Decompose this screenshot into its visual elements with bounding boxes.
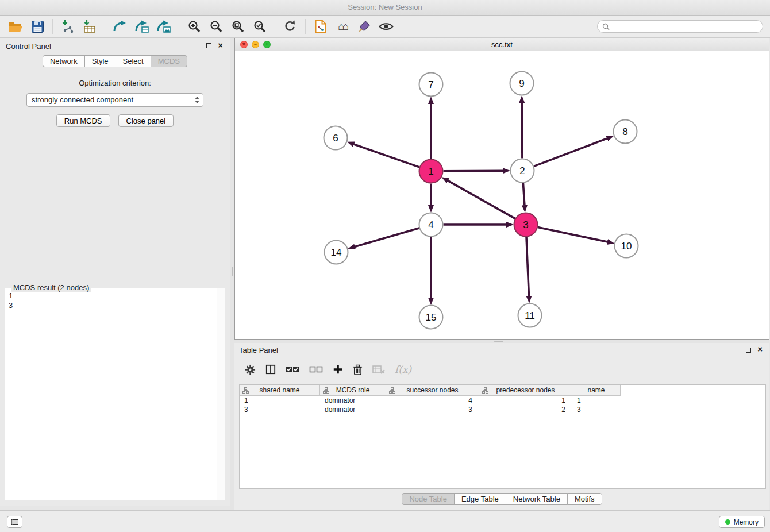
node-7[interactable]: 7	[419, 73, 443, 97]
show-hide-graphics-icon[interactable]	[375, 17, 397, 36]
import-network-icon[interactable]	[57, 17, 79, 36]
node-3[interactable]: 3	[514, 213, 538, 237]
node-10[interactable]: 10	[615, 234, 638, 258]
close-panel-button[interactable]: Close panel	[118, 114, 174, 127]
run-mcds-button[interactable]: Run MCDS	[56, 114, 110, 127]
export-network-icon[interactable]	[109, 17, 131, 36]
table-row[interactable]: 1 dominator 4 1 1	[240, 396, 765, 405]
tab-mcds[interactable]: MCDS	[151, 55, 187, 67]
cell-predecessor-nodes[interactable]: 2	[479, 405, 572, 414]
edge-2-8[interactable]	[534, 138, 607, 167]
scrollbar-track[interactable]	[217, 288, 225, 500]
control-panel-header: Control Panel ×	[0, 38, 230, 55]
float-panel-icon[interactable]	[746, 348, 751, 353]
search-box[interactable]	[597, 20, 763, 33]
edge-3-1[interactable]	[448, 180, 515, 218]
table-row[interactable]: 3 dominator 3 2 3	[240, 405, 765, 414]
float-panel-icon[interactable]	[206, 43, 211, 48]
zoom-out-icon[interactable]	[205, 17, 227, 36]
svg-text:9: 9	[519, 78, 524, 89]
node-4[interactable]: 4	[419, 213, 443, 237]
refresh-icon[interactable]	[279, 17, 301, 36]
edge-1-6[interactable]	[354, 144, 419, 167]
node-1[interactable]: 1	[419, 160, 443, 183]
function-builder-icon: f(x)	[395, 364, 411, 375]
cell-shared-name[interactable]: 1	[240, 396, 320, 405]
search-input[interactable]	[613, 22, 758, 30]
edge-3-10[interactable]	[538, 227, 607, 242]
cell-successor-nodes[interactable]: 4	[386, 396, 479, 405]
window-titlebar[interactable]: Session: New Session	[0, 0, 770, 16]
memory-button[interactable]: Memory	[719, 516, 765, 528]
table-options-gear-icon[interactable]	[245, 364, 256, 375]
edge-1-2[interactable]	[444, 171, 503, 171]
export-image-icon[interactable]	[153, 17, 175, 36]
result-item[interactable]: 1	[9, 291, 213, 300]
column-header-mcds-role[interactable]: MCDS role	[320, 385, 386, 396]
save-session-icon[interactable]	[26, 17, 48, 36]
node-2[interactable]: 2	[511, 159, 534, 183]
cell-name[interactable]: 1	[572, 396, 621, 405]
tab-network-table[interactable]: Network Table	[506, 493, 568, 505]
tab-select[interactable]: Select	[116, 55, 151, 67]
tab-edge-table[interactable]: Edge Table	[454, 493, 506, 505]
edge-3-11[interactable]	[526, 237, 529, 296]
tab-network[interactable]: Network	[43, 55, 85, 67]
apply-style-icon[interactable]	[353, 17, 375, 36]
zoom-fit-icon[interactable]	[227, 17, 249, 36]
tab-motifs[interactable]: Motifs	[567, 493, 602, 505]
add-column-icon[interactable]	[333, 364, 343, 375]
sort-icon	[242, 387, 249, 394]
control-panel-title: Control Panel	[6, 42, 51, 51]
new-network-from-selection-icon[interactable]	[310, 17, 332, 36]
network-graph[interactable]: 7968124310141511	[235, 51, 769, 339]
table-panel-tabs: Node Table Edge Table Network Table Moti…	[234, 493, 769, 505]
vertical-splitter[interactable]	[230, 38, 234, 510]
cell-predecessor-nodes[interactable]: 1	[479, 396, 572, 405]
edge-2-9[interactable]	[522, 103, 522, 159]
sort-icon	[389, 387, 395, 394]
cell-successor-nodes[interactable]: 3	[386, 405, 479, 414]
toolbar-separator	[105, 19, 105, 34]
node-6[interactable]: 6	[324, 126, 348, 150]
cell-mcds-role[interactable]: dominator	[320, 396, 386, 405]
node-15[interactable]: 15	[419, 306, 443, 329]
select-all-icon[interactable]	[286, 365, 299, 374]
zoom-selected-icon[interactable]	[249, 17, 271, 36]
mcds-result-box: MCDS result (2 nodes) 1 3	[5, 288, 225, 500]
show-panel-list-icon[interactable]	[7, 516, 22, 528]
close-panel-icon[interactable]: ×	[218, 40, 223, 51]
export-table-icon[interactable]	[131, 17, 153, 36]
delete-table-icon	[372, 364, 385, 375]
node-9[interactable]: 9	[510, 72, 534, 95]
column-header-predecessor-nodes[interactable]: predecessor nodes	[479, 385, 572, 396]
first-neighbors-icon[interactable]: ⌂⌂	[332, 17, 353, 36]
edge-4-14[interactable]	[355, 228, 419, 247]
node-11[interactable]: 11	[518, 304, 542, 327]
network-window-titlebar[interactable]: × − + scc.txt	[235, 38, 769, 51]
column-header-shared-name[interactable]: shared name	[240, 385, 320, 396]
open-file-icon[interactable]	[5, 17, 26, 36]
column-header-name[interactable]: name	[572, 385, 621, 396]
tab-style[interactable]: Style	[84, 55, 116, 67]
edge-2-3[interactable]	[523, 183, 525, 206]
cell-name[interactable]: 3	[572, 405, 621, 414]
zoom-in-icon[interactable]	[183, 17, 205, 36]
show-column-icon[interactable]	[265, 364, 276, 375]
delete-column-icon[interactable]	[353, 364, 363, 375]
node-8[interactable]: 8	[614, 120, 637, 144]
import-table-icon[interactable]	[79, 17, 101, 36]
cell-mcds-role[interactable]: dominator	[320, 405, 386, 414]
criterion-select[interactable]: strongly connected component	[26, 93, 203, 107]
table-panel: Table Panel × f(x) shared n	[234, 343, 769, 510]
optimization-criterion-label: Optimization criterion:	[0, 79, 230, 87]
result-item[interactable]: 3	[9, 300, 213, 310]
close-panel-icon[interactable]: ×	[757, 344, 763, 354]
node-14[interactable]: 14	[325, 241, 348, 264]
memory-label: Memory	[734, 518, 759, 526]
cell-shared-name[interactable]: 3	[240, 405, 320, 414]
svg-text:7: 7	[428, 79, 433, 90]
column-header-successor-nodes[interactable]: successor nodes	[386, 385, 479, 396]
tab-node-table[interactable]: Node Table	[402, 493, 455, 505]
deselect-all-icon[interactable]	[309, 365, 323, 374]
